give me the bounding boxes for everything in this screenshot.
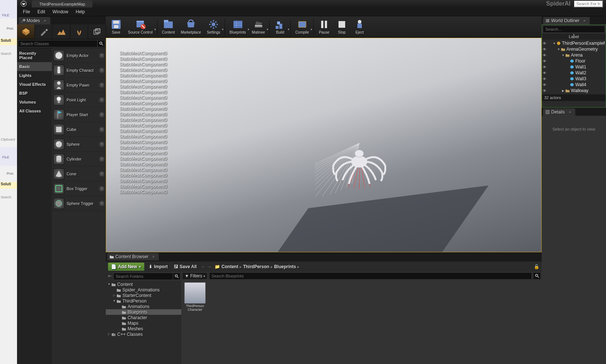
- expand-icon[interactable]: ▼: [557, 48, 560, 51]
- help-icon[interactable]: ?: [99, 142, 104, 147]
- category-bsp[interactable]: BSP: [17, 89, 52, 98]
- folder-spider-animations[interactable]: Spider_Animations: [106, 287, 181, 293]
- folder-meshes[interactable]: Meshes: [106, 326, 181, 331]
- actor-point-light[interactable]: Point Light?: [52, 92, 106, 107]
- help-icon[interactable]: ?: [99, 156, 104, 162]
- level-tab[interactable]: ThirdPersonExampleMap: [32, 0, 92, 8]
- actor-box-trigger[interactable]: Box Trigger?: [52, 181, 106, 196]
- paint-mode-icon[interactable]: [35, 24, 53, 39]
- search-icon[interactable]: [533, 272, 541, 280]
- outliner-header[interactable]: Label: [542, 34, 606, 40]
- back-button[interactable]: ←: [201, 264, 206, 269]
- help-icon[interactable]: ?: [99, 171, 104, 176]
- outliner-item-wall1[interactable]: 👁Wall1: [542, 64, 606, 70]
- actor-empty-actor[interactable]: Empty Actor?: [52, 48, 106, 63]
- outliner-item-arena[interactable]: 👁▼Arena: [542, 52, 606, 58]
- help-icon[interactable]: ?: [99, 68, 104, 73]
- help-icon[interactable]: ?: [99, 186, 104, 191]
- outliner-item-walkway[interactable]: 👁▶Walkway: [542, 88, 606, 94]
- settings-button[interactable]: Settings▼: [204, 18, 223, 35]
- category-basic[interactable]: Basic: [17, 62, 52, 71]
- search-icon[interactable]: [173, 273, 181, 280]
- viewport[interactable]: StaticMeshComponent0StaticMeshComponent0…: [106, 38, 542, 252]
- landscape-mode-icon[interactable]: [53, 24, 70, 39]
- details-tab[interactable]: Details ✕: [543, 108, 575, 116]
- help-icon[interactable]: ?: [99, 53, 104, 58]
- modes-tab[interactable]: Modes ✕: [18, 17, 50, 24]
- help-icon[interactable]: ?: [99, 82, 104, 88]
- search-help-input[interactable]: [573, 0, 603, 7]
- filters-button[interactable]: ▼Filters▾: [182, 272, 208, 280]
- expand-icon[interactable]: ▷: [112, 294, 116, 297]
- outliner-item-wall3[interactable]: 👁Wall3: [542, 76, 606, 82]
- pause-button[interactable]: Pause: [315, 18, 333, 35]
- visibility-icon[interactable]: 👁: [542, 53, 547, 57]
- actor-cylinder[interactable]: Cylinder?: [52, 152, 106, 166]
- build-button[interactable]: Build▼: [271, 18, 289, 35]
- outliner-search-input[interactable]: [543, 26, 605, 33]
- content-button[interactable]: Content: [159, 18, 178, 35]
- outliner-tree[interactable]: 👁▼ThirdPersonExampleMap👁▼ArenaGeometry👁▼…: [542, 40, 606, 94]
- menu-window[interactable]: Window: [49, 9, 72, 15]
- folder-thirdperson[interactable]: ▼ThirdPerson: [106, 298, 181, 304]
- category-recently-placed[interactable]: Recently Placed: [17, 49, 52, 62]
- search-assets-input[interactable]: [209, 272, 532, 280]
- outliner-item-wall4[interactable]: 👁Wall4: [542, 82, 606, 88]
- close-icon[interactable]: ✕: [583, 19, 586, 23]
- visibility-icon[interactable]: 👁: [542, 83, 547, 87]
- category-visual-effects[interactable]: Visual Effects: [17, 80, 52, 89]
- actor-empty-pawn[interactable]: Empty Pawn?: [52, 78, 106, 92]
- expand-icon[interactable]: ▼: [552, 42, 556, 45]
- outliner-item-wall2[interactable]: 👁Wall2: [542, 70, 606, 76]
- geometry-mode-icon[interactable]: [88, 24, 106, 39]
- matinee-button[interactable]: Matinee▼: [249, 18, 268, 35]
- visibility-icon[interactable]: 👁: [542, 77, 547, 81]
- import-button[interactable]: ⬇Import: [147, 263, 169, 270]
- forward-button[interactable]: →: [207, 264, 212, 269]
- actor-empty-charact[interactable]: Empty Charact?: [52, 63, 106, 78]
- actor-cube[interactable]: Cube?: [52, 122, 106, 137]
- expand-icon[interactable]: ▷: [107, 333, 111, 336]
- lock-icon[interactable]: 🔓: [534, 264, 539, 269]
- actor-sphere-trigger[interactable]: Sphere Trigger?: [52, 196, 106, 211]
- category-all-classes[interactable]: All Classes: [17, 107, 52, 115]
- folder-character[interactable]: Character: [106, 315, 181, 320]
- content-browser-tab[interactable]: Content Browser ✕: [107, 253, 159, 260]
- outliner-item-thirdpersonexamplemap[interactable]: 👁▼ThirdPersonExampleMap: [542, 40, 606, 46]
- folder-startercontent[interactable]: ▷StarterContent: [106, 293, 181, 298]
- foliage-mode-icon[interactable]: [70, 24, 88, 39]
- visibility-icon[interactable]: 👁: [542, 89, 547, 93]
- asset-grid[interactable]: ThirdPerson Character: [181, 280, 542, 364]
- sources-toggle-icon[interactable]: ⇤: [107, 273, 113, 280]
- save-button[interactable]: Save: [107, 18, 125, 35]
- folder-maps[interactable]: Maps: [106, 320, 181, 326]
- compile-button[interactable]: Compile▼: [292, 18, 312, 35]
- visibility-icon[interactable]: 👁: [542, 41, 547, 46]
- breadcrumb[interactable]: 📁 Content▸ThirdPerson▸Blueprints▸: [215, 264, 299, 269]
- close-icon[interactable]: ✕: [569, 110, 572, 114]
- breadcrumb-content[interactable]: Content: [222, 264, 238, 269]
- search-classes-input[interactable]: [18, 40, 98, 47]
- asset-thirdperson-character[interactable]: ThirdPerson Character: [184, 282, 206, 362]
- menu-edit[interactable]: Edit: [34, 9, 49, 15]
- place-mode-icon[interactable]: [17, 24, 35, 39]
- outliner-item-arenageometry[interactable]: 👁▼ArenaGeometry: [542, 46, 606, 52]
- category-lights[interactable]: Lights: [17, 71, 52, 80]
- breadcrumb-thirdperson[interactable]: ThirdPerson: [243, 264, 269, 269]
- expand-icon[interactable]: ▼: [107, 283, 111, 286]
- visibility-icon[interactable]: 👁: [542, 47, 547, 51]
- category-volumes[interactable]: Volumes: [17, 98, 52, 107]
- visibility-icon[interactable]: 👁: [542, 71, 547, 75]
- expand-icon[interactable]: ▼: [112, 299, 116, 303]
- stop-button[interactable]: Stop: [333, 18, 351, 35]
- help-icon[interactable]: ?: [99, 97, 104, 102]
- help-icon[interactable]: ?: [99, 127, 104, 132]
- help-icon[interactable]: ?: [99, 201, 104, 206]
- close-icon[interactable]: ✕: [44, 19, 47, 23]
- add-new-button[interactable]: 📄 Add New ▼: [108, 263, 144, 271]
- help-icon[interactable]: ?: [99, 112, 104, 117]
- folder-c-classes[interactable]: ▷CC++ Classes: [106, 331, 181, 337]
- folder-content[interactable]: ▼Content: [106, 282, 181, 287]
- marketplace-button[interactable]: Marketplace: [178, 18, 204, 35]
- folder-blueprints[interactable]: Blueprints: [106, 309, 181, 315]
